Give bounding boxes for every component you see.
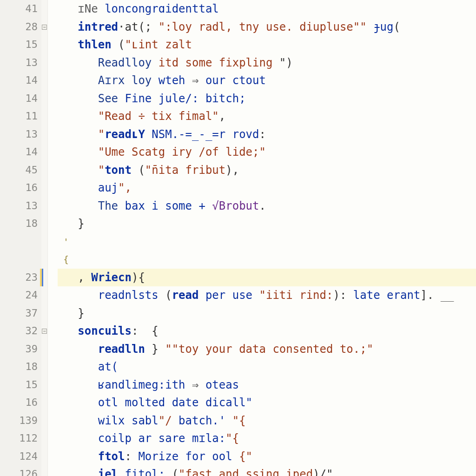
- code-line[interactable]: }: [58, 304, 476, 323]
- code-token: √Brobut: [212, 197, 259, 215]
- line-number: 39: [0, 340, 41, 358]
- line-number: 41: [0, 0, 41, 18]
- code-token: }: [78, 304, 84, 323]
- line-number: [0, 251, 41, 269]
- code-token: "ʟint zalt: [125, 36, 192, 54]
- code-token: The: [98, 197, 125, 215]
- code-line[interactable]: at(: [58, 358, 476, 376]
- code-token: Fine jule/: bitch;: [125, 90, 246, 108]
- code-token: ),: [225, 161, 239, 179]
- code-line[interactable]: Aɪrx loy wteh ⇒ our ctout: [58, 72, 476, 90]
- code-token: "{: [225, 430, 239, 448]
- code-token: ɟug: [373, 18, 393, 36]
- code-token: Wriecn: [91, 269, 132, 287]
- code-line[interactable]: "readʟY NSM.-=_-_=r rovd:: [58, 126, 476, 144]
- line-number: 45: [0, 161, 41, 179]
- code-line[interactable]: "Ume Scatg iry /of lide;": [58, 143, 476, 161]
- code-token: read: [172, 286, 205, 304]
- code-line[interactable]: iel fitol: ("fast and ssing iped)/": [58, 465, 476, 476]
- code-line[interactable]: intred·at(; ":loy radl, tny use. diuplus…: [58, 18, 476, 36]
- line-number: 28: [0, 18, 41, 36]
- code-line[interactable]: Readlloy itd some fixpling "): [58, 54, 476, 72]
- code-token: Morize for ool: [138, 448, 239, 466]
- code-token: (: [138, 161, 145, 179]
- code-line[interactable]: auj",: [58, 179, 476, 197]
- line-number: 16: [0, 394, 41, 412]
- code-token: : {: [132, 322, 159, 340]
- line-number: 13: [0, 126, 41, 144]
- code-line[interactable]: ɪNe loncongrɑidenttal: [58, 0, 476, 18]
- code-line[interactable]: The bax i some + √Brobut.: [58, 197, 476, 215]
- line-number-gutter: 41−281513141411131445161318232437−323918…: [0, 0, 42, 476]
- code-token: readlln: [98, 340, 152, 358]
- code-line[interactable]: readnlsts (read per use "iiti rind:): la…: [58, 286, 476, 304]
- code-token: ,: [219, 107, 225, 126]
- code-token: soncuils: [78, 322, 132, 340]
- line-number: 13: [0, 197, 41, 215]
- code-line[interactable]: See Fine jule/: bitch;: [58, 90, 476, 108]
- code-token: thlen: [78, 36, 118, 54]
- code-token: tont: [105, 161, 138, 179]
- code-token: (: [394, 18, 400, 36]
- line-number: 24: [0, 286, 41, 304]
- code-token: "): [279, 54, 293, 72]
- code-token: "fast and ssing iped: [178, 465, 313, 476]
- code-line[interactable]: }: [58, 215, 476, 233]
- line-number: 14: [0, 72, 41, 90]
- code-token: }: [152, 340, 165, 358]
- code-token: ftol: [98, 448, 125, 466]
- line-number: 16: [0, 179, 41, 197]
- code-token: (: [118, 36, 125, 54]
- code-line[interactable]: readlln } ""toy your data consented to.;…: [58, 340, 476, 358]
- code-token: {: [58, 251, 69, 269]
- code-token: ].: [420, 286, 440, 304]
- line-number: 32: [0, 322, 41, 340]
- code-token: (: [165, 286, 172, 304]
- code-token: at(: [98, 358, 118, 376]
- code-token: ·at(;: [118, 18, 159, 36]
- line-number: 13: [0, 54, 41, 72]
- code-token: wteh: [159, 72, 192, 90]
- code-token: "Read ÷ tix fimal": [98, 107, 219, 126]
- code-line[interactable]: ʁandlimeg:ith ⇒ oteas: [58, 376, 476, 394]
- code-token: ɪNe: [78, 0, 105, 18]
- code-token: NSM.-=_-_=r rovd: [152, 126, 259, 144]
- code-token: oteas: [205, 376, 239, 394]
- code-token: "n̄ita fribut: [145, 161, 225, 179]
- code-token: bax i some +: [125, 197, 212, 215]
- code-token: ",: [118, 179, 132, 197]
- code-token: late: [353, 286, 387, 304]
- code-token: iel: [98, 465, 125, 476]
- code-token: See: [98, 90, 125, 108]
- code-token: ": [98, 126, 105, 144]
- code-line[interactable]: soncuils: {: [58, 322, 476, 340]
- line-number: 18: [0, 215, 41, 233]
- code-token: __: [441, 286, 454, 304]
- line-number: 15: [0, 376, 41, 394]
- line-number: 14: [0, 143, 41, 161]
- code-line[interactable]: , Wriecn){: [58, 269, 476, 287]
- code-line[interactable]: otl molted date dicall": [58, 394, 476, 412]
- code-token: auj: [98, 179, 118, 197]
- code-line[interactable]: {: [58, 251, 476, 269]
- code-token: (: [172, 465, 178, 476]
- code-editor[interactable]: 41−281513141411131445161318232437−323918…: [0, 0, 476, 476]
- code-token: batch.': [178, 412, 232, 430]
- code-token: fitol:: [125, 465, 172, 476]
- code-token: readʟY: [105, 126, 152, 144]
- code-line[interactable]: coilp ar sare mɪla:"{: [58, 430, 476, 448]
- line-number: 15: [0, 36, 41, 54]
- code-line[interactable]: ftol: Morize for ool {": [58, 448, 476, 466]
- code-token: ⇒: [192, 376, 205, 394]
- code-area[interactable]: ɪNe loncongrɑidenttal intred·at(; ":loy …: [42, 0, 476, 476]
- code-line[interactable]: ': [58, 233, 476, 251]
- code-token: otl molted date dicall": [98, 394, 252, 412]
- code-token: }: [78, 215, 84, 233]
- code-line[interactable]: wilx sabl"/ batch.' "{: [58, 412, 476, 430]
- code-line[interactable]: "Read ÷ tix fimal",: [58, 107, 476, 126]
- code-token: ""toy your data consented to.;": [165, 340, 373, 358]
- code-token: ":loy radl, tny use. diupluse": [159, 18, 360, 36]
- code-line[interactable]: "tont ("n̄ita fribut),: [58, 161, 476, 179]
- code-line[interactable]: thlen ("ʟint zalt: [58, 36, 476, 54]
- code-token: intred: [78, 18, 118, 36]
